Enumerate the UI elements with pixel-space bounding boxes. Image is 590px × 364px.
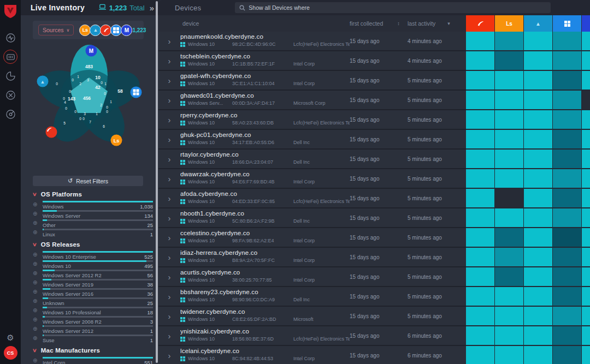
- matrix-cell-c[interactable]: [466, 346, 494, 364]
- table-row[interactable]: › lcelani.cyberdyne.co Windows 10 8C:94:…: [158, 346, 590, 364]
- claw-source-badge[interactable]: [100, 25, 111, 36]
- matrix-cell-d[interactable]: [553, 189, 581, 207]
- matrix-cell-c[interactable]: [495, 169, 523, 188]
- filter-item[interactable]: ⊕Windows 10495: [33, 260, 153, 270]
- matrix-cell-m[interactable]: [495, 32, 523, 50]
- matrix-header-ls[interactable]: Ls: [495, 15, 523, 32]
- matrix-cell-m[interactable]: [553, 208, 581, 227]
- matrix-cell-c[interactable]: [524, 208, 552, 227]
- m-source-badge[interactable]: M: [121, 25, 132, 36]
- rail-item-pie[interactable]: [3, 69, 17, 83]
- device-search-bar[interactable]: [235, 2, 551, 13]
- add-filter-icon[interactable]: ⊕: [33, 270, 43, 277]
- table-row[interactable]: › ghawedc01.cyberdyne.co Windows Serv...…: [158, 91, 590, 110]
- win-source-badge[interactable]: [131, 87, 142, 98]
- matrix-cell-c[interactable]: [524, 91, 552, 109]
- table-row[interactable]: › tscheblein.cyberdyne.co Windows 10 1C:…: [158, 51, 590, 71]
- matrix-cell-d[interactable]: [553, 248, 581, 266]
- matrix-cell-d[interactable]: [553, 346, 581, 364]
- matrix-cell-m[interactable]: [495, 248, 523, 266]
- matrix-cell-c[interactable]: [495, 307, 523, 325]
- add-filter-icon[interactable]: ⊕: [33, 229, 43, 236]
- matrix-cell-c[interactable]: [495, 130, 523, 148]
- row-expand-chevron[interactable]: ›: [158, 267, 180, 286]
- column-first-collected[interactable]: first collected ↕: [350, 15, 408, 32]
- row-expand-chevron[interactable]: ›: [158, 346, 180, 364]
- matrix-cell-c[interactable]: [524, 228, 552, 247]
- matrix-cell-c[interactable]: [582, 307, 590, 325]
- matrix-cell-m[interactable]: [553, 51, 581, 70]
- filter-item[interactable]: ⊕Unknown25: [33, 297, 153, 307]
- matrix-cell-c[interactable]: [495, 110, 523, 129]
- matrix-cell-c[interactable]: [582, 110, 590, 129]
- table-row[interactable]: › acurtis.cyberdyne.co Windows 10 38:00:…: [158, 267, 590, 287]
- matrix-cell-c[interactable]: [466, 51, 494, 70]
- row-expand-chevron[interactable]: ›: [158, 287, 180, 306]
- device-name[interactable]: gpatel-wfh.cyberdyne.co: [180, 73, 350, 79]
- add-filter-icon[interactable]: ⊕: [33, 357, 43, 364]
- filter-item[interactable]: ⊕Windows Server 201938: [33, 279, 153, 288]
- column-last-activity[interactable]: last activity ▾: [408, 15, 466, 32]
- device-name[interactable]: rtaylor.cyberdyne.co: [180, 151, 350, 158]
- matrix-cell-c[interactable]: [524, 51, 552, 70]
- matrix-header-claw[interactable]: [466, 15, 494, 32]
- filter-item[interactable]: ⊕Intel Corp551: [33, 357, 153, 364]
- matrix-cell-c[interactable]: [495, 287, 523, 306]
- device-name[interactable]: dwawrzak.cyberdyne.co: [180, 171, 350, 177]
- device-name[interactable]: twidener.cyberdyne.co: [180, 308, 350, 315]
- device-name[interactable]: acurtis.cyberdyne.co: [180, 269, 350, 276]
- table-row[interactable]: › nbooth1.cyberdyne.co Windows 10 5C:80:…: [158, 208, 590, 228]
- device-name[interactable]: ynishizaki.cyberdyne.co: [180, 328, 350, 335]
- matrix-cell-c[interactable]: [495, 71, 523, 89]
- matrix-cell-c[interactable]: [582, 169, 590, 188]
- matrix-header-m[interactable]: [582, 15, 590, 32]
- ls-source-badge[interactable]: Ls: [111, 135, 122, 146]
- filter-item[interactable]: ⊕Linux1: [33, 229, 153, 238]
- column-device[interactable]: device: [158, 15, 350, 32]
- device-name[interactable]: ghawedc01.cyberdyne.co: [180, 92, 350, 99]
- m-source-badge[interactable]: M: [86, 45, 97, 57]
- row-expand-chevron[interactable]: ›: [158, 228, 180, 247]
- device-name[interactable]: tscheblein.cyberdyne.co: [180, 53, 350, 59]
- table-row[interactable]: › gpatel-wfh.cyberdyne.co Windows 10 3C:…: [158, 71, 590, 91]
- add-filter-icon[interactable]: ⊕: [33, 316, 43, 323]
- matrix-cell-c[interactable]: [495, 208, 523, 227]
- matrix-cell-d[interactable]: [495, 267, 523, 286]
- matrix-cell-m[interactable]: [553, 307, 581, 325]
- matrix-cell-n[interactable]: [582, 91, 590, 109]
- matrix-cell-c[interactable]: [524, 189, 552, 207]
- filter-item[interactable]: ⊕Windows Server 20121: [33, 325, 153, 335]
- reset-filters-button[interactable]: ↺ Reset Filters: [33, 176, 143, 186]
- matrix-cell-m[interactable]: [553, 169, 581, 188]
- panel-scrollbar[interactable]: [156, 1, 158, 363]
- device-name[interactable]: afoda.cyberdyne.co: [180, 190, 350, 197]
- rail-item-inventory-active[interactable]: [3, 50, 17, 64]
- add-filter-icon[interactable]: ⊕: [33, 201, 43, 208]
- matrix-cell-c[interactable]: [582, 150, 590, 168]
- matrix-cell-d[interactable]: [553, 326, 581, 345]
- matrix-cell-c[interactable]: [466, 267, 494, 286]
- table-row[interactable]: › ghuk-pc01.cyberdyne.co Windows 10 34:1…: [158, 130, 590, 150]
- matrix-cell-c[interactable]: [466, 32, 494, 50]
- claw-source-badge[interactable]: [46, 127, 57, 138]
- matrix-cell-c[interactable]: [582, 228, 590, 247]
- rail-item-activity[interactable]: [3, 31, 17, 45]
- matrix-header-win[interactable]: [553, 15, 581, 32]
- matrix-cell-m[interactable]: [553, 110, 581, 129]
- filter-item[interactable]: ⊕Windows Server134: [33, 210, 153, 219]
- filter-item[interactable]: ⊕Suse1: [33, 335, 153, 344]
- filter-section-title[interactable]: ∨OS Releases: [33, 238, 153, 251]
- add-filter-icon[interactable]: ⊕: [33, 251, 43, 258]
- matrix-cell-c[interactable]: [524, 169, 552, 188]
- matrix-cell-m[interactable]: [553, 91, 581, 109]
- matrix-cell-v[interactable]: [553, 228, 581, 247]
- matrix-cell-c[interactable]: [466, 91, 494, 109]
- sources-dropdown[interactable]: Sources ∨: [38, 25, 74, 35]
- row-expand-chevron[interactable]: ›: [158, 189, 180, 207]
- rail-item-network[interactable]: [3, 107, 17, 121]
- matrix-cell-c[interactable]: [524, 346, 552, 364]
- matrix-cell-d[interactable]: [553, 287, 581, 306]
- matrix-cell-c[interactable]: [524, 150, 552, 168]
- search-input[interactable]: [249, 4, 546, 11]
- matrix-cell-n[interactable]: [495, 189, 523, 207]
